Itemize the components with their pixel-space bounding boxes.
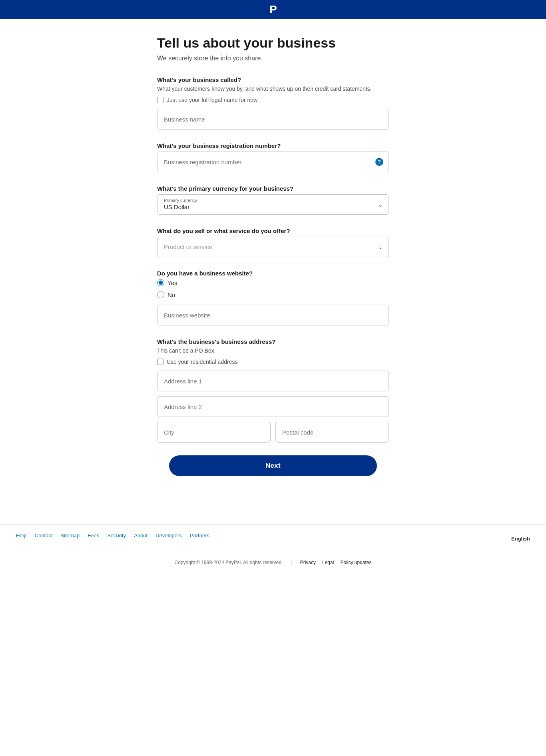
legal-name-checkbox-label[interactable]: Just use your full legal name for now. <box>167 97 259 103</box>
footer-language[interactable]: English <box>511 536 530 542</box>
footer-link-security[interactable]: Security <box>107 533 126 539</box>
business-name-input[interactable] <box>157 109 389 130</box>
yes-radio[interactable] <box>157 279 164 286</box>
address-line2-input[interactable] <box>157 396 389 417</box>
copyright-separator: | <box>291 560 292 565</box>
footer-legal-link-legal[interactable]: Legal <box>322 560 334 565</box>
footer-top: HelpContactSitemapFeesSecurityAboutDevel… <box>16 533 530 545</box>
currency-select-label: Primary currency <box>164 198 382 203</box>
footer-link-about[interactable]: About <box>134 533 147 539</box>
service-chevron-icon: ⌄ <box>378 244 383 250</box>
business-name-section: What's your business called? What your c… <box>157 76 389 130</box>
residential-checkbox[interactable] <box>157 359 163 365</box>
residential-checkbox-label[interactable]: Use your residential address <box>167 359 237 365</box>
currency-select-value: US Dollar <box>164 203 382 210</box>
yes-radio-label[interactable]: Yes <box>167 279 177 286</box>
business-name-label: What's your business called? <box>157 76 389 83</box>
currency-chevron-icon: ⌄ <box>378 201 383 208</box>
registration-input[interactable] <box>157 152 389 172</box>
footer-links-list: HelpContactSitemapFeesSecurityAboutDevel… <box>16 533 209 539</box>
postal-input[interactable] <box>275 422 389 443</box>
copyright-text: Copyright © 1999-2024 PayPal. All rights… <box>175 560 283 565</box>
address-line2-wrapper <box>157 396 389 417</box>
address-label: What's the business's business address? <box>157 338 389 345</box>
website-radio-group: Yes No <box>157 279 389 298</box>
service-label: What do you sell or what service do you … <box>157 227 389 234</box>
service-select-value: Product or service <box>164 243 382 250</box>
next-button[interactable]: Next <box>169 455 377 476</box>
registration-section: What's your business registration number… <box>157 142 389 172</box>
footer-link-sitemap[interactable]: Sitemap <box>61 533 80 539</box>
legal-name-checkbox-row: Just use your full legal name for now. <box>157 97 389 103</box>
footer-links-section: HelpContactSitemapFeesSecurityAboutDevel… <box>0 524 546 553</box>
footer-link-contact[interactable]: Contact <box>35 533 53 539</box>
footer-link-partners[interactable]: Partners <box>190 533 209 539</box>
footer-legal-link-privacy[interactable]: Privacy <box>300 560 316 565</box>
footer-link-help[interactable]: Help <box>16 533 27 539</box>
business-website-input[interactable] <box>157 305 389 325</box>
residential-checkbox-row: Use your residential address <box>157 359 389 365</box>
postal-wrapper <box>275 422 389 443</box>
footer: HelpContactSitemapFeesSecurityAboutDevel… <box>0 524 546 572</box>
footer-legal-links: PrivacyLegalPolicy updates <box>300 560 372 565</box>
service-select[interactable]: Product or service ⌄ <box>157 237 389 257</box>
registration-label: What's your business registration number… <box>157 142 389 149</box>
no-radio-label[interactable]: No <box>167 291 175 298</box>
website-label: Do you have a business website? <box>157 270 389 277</box>
no-radio[interactable] <box>157 291 164 298</box>
legal-name-checkbox[interactable] <box>157 97 163 103</box>
yes-radio-row: Yes <box>157 279 389 286</box>
city-input[interactable] <box>157 422 271 443</box>
business-name-desc: What your customers know you by, and wha… <box>157 86 389 92</box>
service-section: What do you sell or what service do you … <box>157 227 389 257</box>
address-line1-wrapper <box>157 371 389 391</box>
currency-select[interactable]: Primary currency US Dollar ⌄ <box>157 194 389 215</box>
address-line1-input[interactable] <box>157 371 389 391</box>
website-section: Do you have a business website? Yes No <box>157 270 389 325</box>
city-wrapper <box>157 422 271 443</box>
footer-legal-link-policy-updates[interactable]: Policy updates <box>340 560 371 565</box>
registration-input-wrapper: ? <box>157 152 389 172</box>
page-subtitle: We securely store the info you share. <box>157 55 389 62</box>
address-note: This can't be a PO Box. <box>157 347 389 354</box>
city-postal-row <box>157 422 389 443</box>
paypal-logo: P <box>269 3 277 16</box>
page-title: Tell us about your business <box>157 35 389 51</box>
footer-link-fees[interactable]: Fees <box>88 533 99 539</box>
footer-link-developers[interactable]: Developers <box>155 533 182 539</box>
footer-copyright-section: Copyright © 1999-2024 PayPal. All rights… <box>0 553 546 572</box>
currency-section: What's the primary currency for your bus… <box>157 185 389 215</box>
address-section: What's the business's business address? … <box>157 338 389 443</box>
registration-help-icon[interactable]: ? <box>375 158 383 166</box>
main-content: Tell us about your business We securely … <box>149 19 397 500</box>
header: P <box>0 0 546 19</box>
no-radio-row: No <box>157 291 389 298</box>
currency-label: What's the primary currency for your bus… <box>157 185 389 192</box>
